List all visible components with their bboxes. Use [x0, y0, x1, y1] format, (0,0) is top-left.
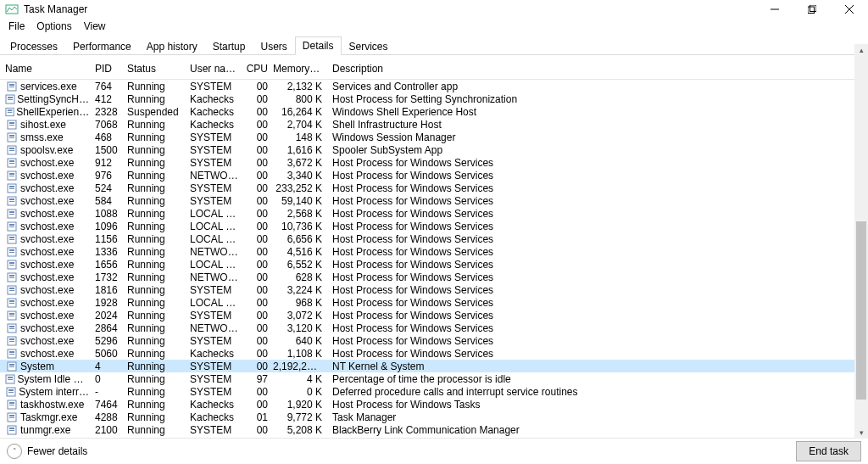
table-row[interactable]: svchost.exe1928RunningLOCAL SE...00968 K… — [0, 296, 868, 309]
table-row[interactable]: svchost.exe2864RunningNETWORK...003,120 … — [0, 321, 868, 334]
tab-users[interactable]: Users — [253, 37, 294, 55]
table-row[interactable]: SettingSyncHost.exe412RunningKachecks008… — [0, 92, 868, 105]
table-row[interactable]: svchost.exe2024RunningSYSTEM003,072 KHos… — [0, 309, 868, 321]
tab-performance[interactable]: Performance — [65, 37, 139, 55]
process-icon — [5, 106, 14, 118]
cell-name: wininit.exe — [5, 437, 95, 439]
tab-details[interactable]: Details — [295, 36, 342, 55]
cell-description: Host Process for Windows Services — [327, 297, 868, 309]
footer: ˄ Fewer details End task — [0, 438, 868, 464]
table-row[interactable]: System4RunningSYSTEM002,192,224 KNT Kern… — [0, 360, 868, 372]
vertical-scrollbar[interactable]: ▴ ▾ — [854, 44, 868, 439]
cell-user: LOCAL SE... — [190, 259, 244, 271]
cell-memory: 16,264 K — [273, 106, 327, 118]
process-icon — [5, 297, 19, 309]
table-row[interactable]: svchost.exe976RunningNETWORK...003,340 K… — [0, 169, 868, 182]
svg-rect-38 — [9, 214, 14, 215]
cell-user: SYSTEM — [190, 335, 244, 347]
tab-processes[interactable]: Processes — [3, 37, 65, 55]
table-row[interactable]: svchost.exe1732RunningNETWORK...00628 KH… — [0, 271, 868, 283]
menu-view[interactable]: View — [79, 20, 111, 33]
cell-name: svchost.exe — [5, 157, 95, 169]
column-header-description[interactable]: Description — [327, 63, 868, 75]
column-header-cpu[interactable]: CPU — [244, 63, 273, 75]
table-row[interactable]: taskhostw.exe7464RunningKachecks001,920 … — [0, 398, 868, 411]
scroll-up-arrow-icon[interactable]: ▴ — [854, 44, 868, 56]
table-row[interactable]: svchost.exe912RunningSYSTEM003,672 KHost… — [0, 156, 868, 169]
cell-cpu: 00 — [244, 284, 273, 296]
table-row[interactable]: ShellExperienceHost....2328SuspendedKach… — [0, 105, 868, 118]
table-row[interactable]: svchost.exe584RunningSYSTEM0059,140 KHos… — [0, 194, 868, 207]
cell-pid: 1156 — [95, 233, 127, 245]
cell-pid: 7464 — [95, 399, 127, 411]
cell-name: svchost.exe — [5, 221, 95, 232]
column-header-user[interactable]: User name — [190, 63, 244, 75]
minimize-button[interactable] — [756, 0, 793, 19]
tab-startup[interactable]: Startup — [205, 37, 253, 55]
cell-status: Running — [127, 233, 190, 245]
cell-pid: 1732 — [95, 271, 127, 283]
table-row[interactable]: svchost.exe1088RunningLOCAL SE...002,568… — [0, 207, 868, 220]
column-header-name[interactable]: Name — [5, 63, 95, 75]
svg-rect-11 — [8, 99, 13, 100]
cell-pid: 2024 — [95, 310, 127, 321]
svg-rect-83 — [9, 405, 14, 405]
table-row[interactable]: svchost.exe1336RunningNETWORK...004,516 … — [0, 245, 868, 258]
close-button[interactable] — [831, 0, 868, 19]
table-row[interactable]: svchost.exe1156RunningLOCAL SE...006,656… — [0, 232, 868, 245]
cell-user: SYSTEM — [190, 373, 244, 385]
tab-app-history[interactable]: App history — [139, 37, 205, 55]
task-manager-window: Task Manager FileOptionsView ProcessesPe… — [0, 0, 868, 464]
table-row[interactable]: services.exe764RunningSYSTEM002,132 KSer… — [0, 80, 868, 92]
cell-user: SYSTEM — [190, 386, 244, 398]
cell-name: svchost.exe — [5, 284, 95, 296]
cell-name: svchost.exe — [5, 322, 95, 334]
table-row[interactable]: svchost.exe1816RunningSYSTEM003,224 KHos… — [0, 283, 868, 296]
maximize-button[interactable] — [793, 0, 831, 19]
cell-memory: 2,704 K — [273, 119, 327, 131]
table-row[interactable]: svchost.exe1656RunningLOCAL SE...006,552… — [0, 258, 868, 271]
table-row[interactable]: svchost.exe524RunningSYSTEM00233,252 KHo… — [0, 182, 868, 194]
cell-memory: 2,132 K — [273, 81, 327, 92]
column-header-memory[interactable]: Memory (p... — [273, 63, 327, 75]
table-row[interactable]: System interrupts-RunningSYSTEM000 KDefe… — [0, 385, 868, 398]
table-row[interactable]: svchost.exe5060RunningKachecks001,108 KH… — [0, 347, 868, 360]
table-row[interactable]: System Idle Process0RunningSYSTEM974 KPe… — [0, 372, 868, 385]
cell-user: SYSTEM — [190, 131, 244, 143]
table-row[interactable]: spoolsv.exe1500RunningSYSTEM001,616 KSpo… — [0, 143, 868, 156]
cell-description: Host Process for Windows Services — [327, 246, 868, 258]
table-row[interactable]: wininit.exe672RunningSYSTEM00572 KWindow… — [0, 436, 868, 438]
table-row[interactable]: svchost.exe1096RunningLOCAL SE...0010,73… — [0, 220, 868, 232]
cell-memory: 1,920 K — [273, 399, 327, 411]
process-list[interactable]: services.exe764RunningSYSTEM002,132 KSer… — [0, 80, 868, 438]
cell-status: Running — [127, 437, 190, 439]
cell-status: Running — [127, 144, 190, 156]
end-task-button[interactable]: End task — [796, 441, 861, 461]
fewer-details-button[interactable]: ˄ Fewer details — [7, 444, 87, 459]
scrollbar-thumb[interactable] — [856, 221, 866, 399]
tab-services[interactable]: Services — [342, 37, 396, 55]
table-row[interactable]: svchost.exe5296RunningSYSTEM00640 KHost … — [0, 334, 868, 347]
cell-name: System Idle Process — [5, 373, 95, 385]
cell-pid: 1096 — [95, 221, 127, 232]
table-row[interactable]: Taskmgr.exe4288RunningKachecks019,772 KT… — [0, 411, 868, 423]
svg-rect-2 — [808, 7, 815, 14]
cell-status: Running — [127, 386, 190, 398]
cell-memory: 59,140 K — [273, 195, 327, 207]
cell-description: Host Process for Windows Services — [327, 182, 868, 194]
table-row[interactable]: tunmgr.exe2100RunningSYSTEM005,208 KBlac… — [0, 423, 868, 436]
cell-user: LOCAL SE... — [190, 297, 244, 309]
menu-options[interactable]: Options — [31, 20, 76, 33]
cell-status: Running — [127, 131, 190, 143]
scroll-down-arrow-icon[interactable]: ▾ — [854, 427, 868, 439]
table-row[interactable]: sihost.exe7068RunningKachecks002,704 KSh… — [0, 118, 868, 131]
cell-status: Running — [127, 170, 190, 182]
cell-memory: 640 K — [273, 335, 327, 347]
column-header-pid[interactable]: PID — [95, 63, 127, 75]
svg-rect-17 — [9, 125, 14, 126]
cell-description: Host Process for Windows Services — [327, 322, 868, 334]
menu-file[interactable]: File — [3, 20, 30, 33]
column-header-status[interactable]: Status — [127, 63, 190, 75]
table-row[interactable]: smss.exe468RunningSYSTEM00148 KWindows S… — [0, 131, 868, 143]
cell-description: Host Process for Windows Services — [327, 348, 868, 360]
